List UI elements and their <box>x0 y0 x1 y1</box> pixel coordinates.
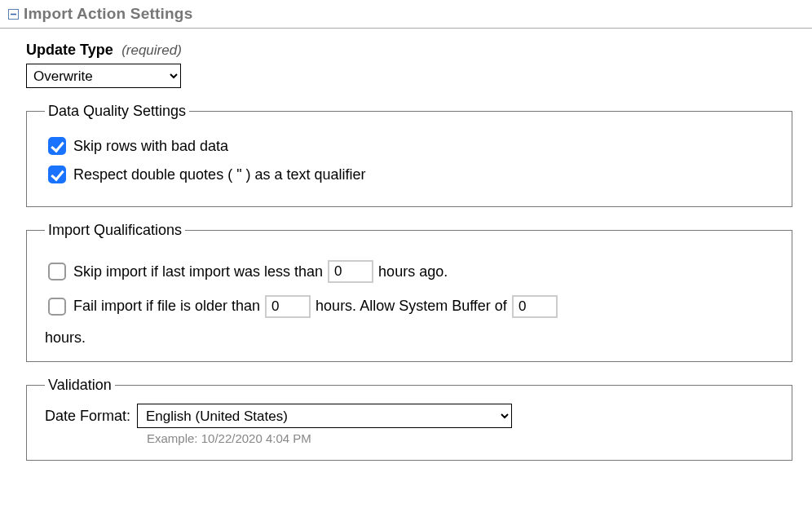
respect-quotes-checkbox[interactable] <box>48 166 66 183</box>
update-type-field: Update Type (required) <box>26 42 792 59</box>
fail-if-old-row: Fail import if file is older than hours.… <box>45 294 777 318</box>
date-format-select[interactable]: English (United States) <box>137 404 512 428</box>
date-format-label: Date Format: <box>45 408 130 425</box>
data-quality-fieldset: Data Quality Settings Skip rows with bad… <box>26 103 792 207</box>
collapse-icon[interactable] <box>8 9 19 20</box>
import-qualifications-legend: Import Qualifications <box>45 222 185 239</box>
skip-if-recent-row: Skip import if last import was less than… <box>45 260 777 284</box>
update-type-hint: (required) <box>121 42 182 58</box>
skip-if-recent-post: hours ago. <box>378 260 448 284</box>
import-qualifications-fieldset: Import Qualifications Skip import if las… <box>26 222 792 363</box>
fail-if-old-hours-input[interactable] <box>265 295 311 318</box>
data-quality-legend: Data Quality Settings <box>45 103 189 120</box>
skip-bad-rows-checkbox[interactable] <box>48 137 66 155</box>
date-format-example: Example: 10/22/2020 4:04 PM <box>147 431 777 445</box>
skip-if-recent-pre: Skip import if last import was less than <box>73 260 323 284</box>
update-type-label: Update Type <box>26 42 113 58</box>
system-buffer-hours-input[interactable] <box>512 295 558 318</box>
section-header: Import Action Settings <box>0 0 812 29</box>
respect-quotes-row: Respect double quotes ( " ) as a text qu… <box>45 163 777 187</box>
respect-quotes-label: Respect double quotes ( " ) as a text qu… <box>73 163 366 187</box>
validation-legend: Validation <box>45 377 115 394</box>
fail-if-old-post: hours. <box>45 329 777 347</box>
skip-bad-rows-label: Skip rows with bad data <box>73 135 228 158</box>
date-format-row: Date Format: English (United States) <box>45 404 777 428</box>
validation-fieldset: Validation Date Format: English (United … <box>26 377 792 461</box>
skip-if-recent-checkbox[interactable] <box>48 263 66 280</box>
fail-if-old-checkbox[interactable] <box>48 298 66 316</box>
skip-if-recent-hours-input[interactable] <box>328 260 373 283</box>
update-type-select[interactable]: Overwrite <box>26 64 181 88</box>
section-title: Import Action Settings <box>24 5 192 23</box>
settings-content: Update Type (required) Overwrite Data Qu… <box>0 29 812 480</box>
fail-if-old-mid: hours. Allow System Buffer of <box>316 294 507 318</box>
fail-if-old-pre: Fail import if file is older than <box>73 294 260 318</box>
skip-bad-rows-row: Skip rows with bad data <box>45 135 777 158</box>
